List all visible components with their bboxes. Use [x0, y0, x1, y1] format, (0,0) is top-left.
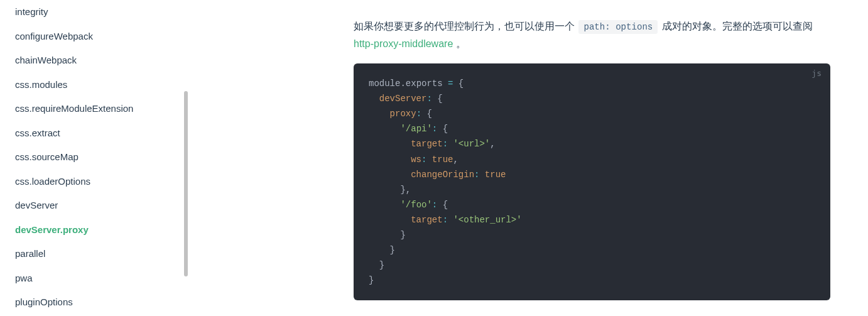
sidebar-item-chainWebpack[interactable]: chainWebpack — [15, 48, 175, 73]
code-token: '/foo' — [400, 200, 431, 210]
code-token: true — [485, 170, 506, 180]
code-token: '<url>' — [453, 139, 490, 149]
sidebar-item-pwa[interactable]: pwa — [15, 266, 175, 291]
code-token: . — [400, 79, 405, 89]
code-token: true — [432, 155, 453, 165]
code-lang-label: js — [811, 68, 822, 78]
code-token: : — [443, 215, 448, 225]
code-token — [369, 155, 411, 165]
code-token: } — [369, 275, 374, 285]
inline-code-path-options: path: options — [578, 20, 658, 34]
sidebar-item-css-loaderOptions[interactable]: css.loaderOptions — [15, 170, 175, 194]
code-token — [369, 170, 411, 180]
paragraph-text-before: 如果你想要更多的代理控制行为，也可以使用一个 — [354, 21, 577, 31]
main-content: 如果你想要更多的代理控制行为，也可以使用一个 path: options 成对的… — [190, 0, 868, 316]
code-token — [369, 200, 400, 210]
code-token: target — [411, 215, 442, 225]
code-token: } — [369, 230, 406, 240]
code-token — [369, 124, 400, 134]
code-token — [479, 170, 484, 180]
code-token: { — [421, 109, 432, 119]
scrollbar-thumb[interactable] — [184, 91, 188, 276]
code-token — [369, 215, 411, 225]
code-token: : — [416, 109, 421, 119]
code-token: devServer — [379, 94, 427, 104]
code-token: : — [432, 124, 437, 134]
sidebar-item-css-extract[interactable]: css.extract — [15, 121, 175, 146]
intro-paragraph: 如果你想要更多的代理控制行为，也可以使用一个 path: options 成对的… — [354, 18, 830, 52]
code-token: changeOrigin — [411, 170, 474, 180]
sidebar-item-pluginOptions[interactable]: pluginOptions — [15, 290, 175, 315]
code-token: module — [369, 79, 400, 89]
sidebar-item-css-requireModuleExtension[interactable]: css.requireModuleExtension — [15, 97, 175, 121]
code-token — [369, 94, 379, 104]
code-token: } — [369, 245, 395, 255]
sidebar-inner: integrityconfigureWebpackchainWebpackcss… — [15, 0, 190, 316]
code-token — [369, 139, 411, 149]
code-token: { — [453, 79, 464, 89]
sidebar-item-integrity[interactable]: integrity — [15, 0, 175, 25]
code-token: '<other_url>' — [453, 215, 521, 225]
code-token: { — [437, 200, 448, 210]
sidebar-item-parallel[interactable]: parallel — [15, 242, 175, 266]
sidebar: integrityconfigureWebpackchainWebpackcss… — [0, 0, 190, 316]
code-token: '/api' — [400, 124, 431, 134]
code-token: ws — [411, 155, 421, 165]
code-token: , — [453, 155, 458, 165]
code-token: { — [432, 94, 443, 104]
code-token — [369, 109, 390, 119]
paragraph-text-middle: 成对的对象。完整的选项可以查阅 — [662, 21, 813, 31]
sidebar-item-css-sourceMap[interactable]: css.sourceMap — [15, 145, 175, 170]
sidebar-nav-list: integrityconfigureWebpackchainWebpackcss… — [15, 0, 175, 315]
sidebar-item-configureWebpack[interactable]: configureWebpack — [15, 25, 175, 49]
sidebar-item-css-modules[interactable]: css.modules — [15, 73, 175, 97]
paragraph-text-after: 。 — [456, 38, 466, 49]
link-http-proxy-middleware[interactable]: http-proxy-middleware — [354, 38, 453, 49]
sidebar-item-devServer[interactable]: devServer — [15, 193, 175, 218]
code-token: { — [437, 124, 448, 134]
code-token: : — [426, 94, 431, 104]
code-token: : — [432, 200, 437, 210]
code-pre: module.exports = { devServer: { proxy: {… — [354, 63, 830, 300]
code-token: : — [443, 139, 448, 149]
code-token: proxy — [390, 109, 416, 119]
sidebar-item-devServer-proxy[interactable]: devServer.proxy — [15, 218, 175, 242]
code-block: js module.exports = { devServer: { proxy… — [354, 63, 830, 300]
code-token: target — [411, 139, 442, 149]
code-token: } — [369, 260, 384, 270]
code-token: , — [490, 139, 495, 149]
code-token: exports — [406, 79, 448, 89]
code-token — [426, 155, 431, 165]
code-token: }, — [369, 185, 411, 195]
